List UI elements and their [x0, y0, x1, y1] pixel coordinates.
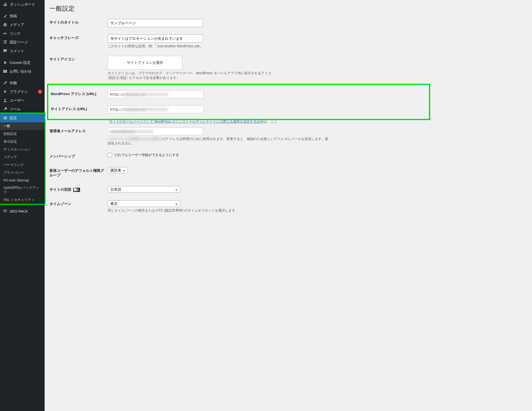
- menu-label: 固定ページ: [10, 40, 42, 45]
- svg-point-0: [4, 61, 6, 64]
- site-icon-desc: サイトアイコンは、ブラウザのタブ、ブックマークバー、WordPress モバイル…: [108, 71, 527, 80]
- menu-label: 設定: [10, 116, 42, 120]
- settings-submenu: 一般: [0, 122, 45, 130]
- membership-label: メンバーシップ: [49, 149, 108, 164]
- update-badge: 1: [38, 89, 42, 94]
- submenu-item[interactable]: パーマリンク: [0, 161, 45, 169]
- menu-item-link[interactable]: リンク: [0, 29, 45, 38]
- site-title-input[interactable]: [108, 19, 203, 27]
- menu-item-user[interactable]: ユーザー: [0, 96, 45, 105]
- translate-icon: 🅰文: [73, 188, 80, 192]
- comment-icon: [2, 49, 8, 53]
- page-icon: [2, 40, 8, 45]
- menu-label: リンク: [10, 31, 42, 36]
- settings-icon: [2, 116, 8, 120]
- menu-item-tool[interactable]: ツール: [0, 105, 45, 114]
- brush-icon: [2, 80, 8, 85]
- menu-item-circle[interactable]: Cocoon 設定: [0, 58, 45, 67]
- submenu-item[interactable]: プライバシー: [0, 169, 45, 177]
- membership-checkbox[interactable]: [108, 153, 112, 157]
- admin-email-input[interactable]: xxxxxxxx@xxxxx: [108, 128, 203, 135]
- site-url-label: サイトアドレス (URL): [50, 102, 108, 117]
- submenu-item[interactable]: SSL とセキュリティ: [0, 196, 45, 204]
- menu-label: ダッシュボード: [10, 2, 42, 7]
- timezone-label: タイムゾーン: [49, 197, 108, 216]
- menu-item-mail[interactable]: お問い合わせ: [0, 67, 45, 76]
- menu-item-pin[interactable]: 投稿: [0, 12, 45, 20]
- language-label: サイトの言語 🅰文: [49, 182, 108, 197]
- url-highlight-box: WordPress アドレス (URL) http://xxxxxxxxx xx…: [47, 84, 430, 120]
- list-icon: [2, 209, 8, 214]
- admin-email-label: 管理者メールアドレス: [49, 124, 108, 149]
- menu-item-dashboard[interactable]: ダッシュボード: [0, 0, 45, 9]
- site-url-desc: サイトのホームページとして WordPress のインストールディレクトリとは異…: [109, 120, 527, 124]
- tagline-input[interactable]: [108, 34, 203, 43]
- membership-checkbox-label: だれでもユーザー登録ができるようにする: [114, 153, 179, 157]
- menu-item-brush[interactable]: 外観: [0, 78, 45, 87]
- language-select[interactable]: 日本語: [108, 186, 180, 193]
- timezone-desc: 同じタイムゾーンの都市または UTC (協定世界時) のタイムオフセットを選択し…: [108, 208, 527, 213]
- tool-icon: [2, 107, 8, 112]
- menu-label: SEO PACK: [10, 209, 42, 213]
- menu-label: ツール: [10, 107, 42, 112]
- svg-point-1: [4, 99, 6, 100]
- menu-label: ユーザー: [10, 98, 42, 103]
- submenu-item[interactable]: PS Auto Sitemap: [0, 177, 45, 184]
- tagline-desc: このサイトの簡単な説明。例: 「Just another WordPress s…: [108, 44, 527, 49]
- pin-icon: [2, 14, 8, 19]
- site-title-label: サイトのタイトル: [49, 15, 108, 31]
- link-icon: [2, 31, 8, 36]
- menu-label: お問い合わせ: [10, 69, 42, 74]
- menu-item-settings[interactable]: 設定: [0, 114, 45, 122]
- submenu-item[interactable]: 表示設定: [0, 138, 45, 146]
- dashboard-icon: [2, 2, 8, 7]
- menu-label: Cocoon 設定: [10, 60, 42, 65]
- menu-label: 外観: [10, 81, 42, 85]
- menu-item-media[interactable]: メディア: [0, 20, 45, 29]
- admin-sidebar: ダッシュボード投稿メディアリンク固定ページコメントCocoon 設定お問い合わせ…: [0, 0, 45, 411]
- menu-label: メディア: [10, 23, 42, 27]
- mail-icon: [2, 69, 8, 74]
- site-icon-label: サイトアイコン: [49, 52, 108, 84]
- timezone-select[interactable]: 東京: [108, 200, 180, 207]
- site-url-link[interactable]: サイトのホームページとして WordPress のインストールディレクトリとは異…: [109, 120, 264, 124]
- site-url-input[interactable]: http://xxxxxxxxx xxx: [108, 106, 203, 113]
- menu-item-plugin[interactable]: プラグイン1: [0, 87, 45, 96]
- default-role-label: 新規ユーザーのデフォルト権限グループ: [49, 164, 108, 182]
- admin-email-desc: このアドレスは管理のために使用このアドレスは管理のために使用されます。変更すると…: [108, 137, 527, 146]
- wp-url-label: WordPress アドレス (URL): [50, 87, 108, 102]
- default-role-select[interactable]: 購読者: [108, 167, 128, 173]
- settings-content: 一般設定 サイトのタイトル キャッチフレーズ このサイトの簡単な説明。例: 「J…: [45, 0, 532, 411]
- submenu-item[interactable]: UpdraftPlus バックアップ: [0, 184, 45, 196]
- media-icon: [2, 22, 8, 27]
- submenu-item[interactable]: 一般: [0, 122, 45, 130]
- page-title: 一般設定: [49, 0, 527, 15]
- menu-label: プラグイン: [10, 89, 36, 94]
- menu-item-comment[interactable]: コメント: [0, 47, 45, 55]
- submenu-item[interactable]: メディア: [0, 153, 45, 161]
- menu-item-page[interactable]: 固定ページ: [0, 38, 45, 47]
- user-icon: [2, 98, 8, 103]
- site-icon-button[interactable]: サイトアイコンを選択: [108, 56, 182, 70]
- circle-icon: [2, 60, 8, 65]
- menu-label: 投稿: [10, 14, 42, 19]
- tagline-label: キャッチフレーズ: [49, 31, 108, 52]
- menu-item-list[interactable]: SEO PACK: [0, 207, 45, 215]
- wp-url-input[interactable]: http://xxxxxxxxx xxx: [108, 90, 203, 98]
- submenu-item[interactable]: ディスカッション: [0, 146, 45, 153]
- submenu-item[interactable]: 投稿設定: [0, 130, 45, 138]
- menu-label: コメント: [10, 49, 42, 53]
- plugin-icon: [2, 89, 8, 94]
